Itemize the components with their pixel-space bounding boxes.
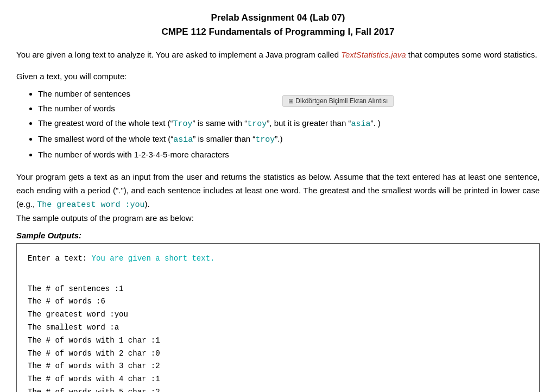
output-line-blank xyxy=(28,270,528,283)
output-line-6: The # of words with 2 char :0 xyxy=(28,347,528,361)
troy1-mono: Troy xyxy=(173,119,192,129)
sample-outputs-label: Sample Outputs: xyxy=(16,231,540,240)
troy3-mono: troy xyxy=(255,135,275,144)
given-section: Given a text, you will compute: The numb… xyxy=(16,70,540,162)
title-section: Prelab Assignment 04 (Lab 07) CMPE 112 F… xyxy=(16,11,540,39)
asia2-mono: asia xyxy=(173,135,193,144)
output-line-1: The # of sentences :1 xyxy=(28,283,528,296)
title-line2: CMPE 112 Fundamentals of Programming I, … xyxy=(162,27,395,37)
output-line-2: The # of words :6 xyxy=(28,295,528,308)
code-box: Enter a text: You are given a short text… xyxy=(16,243,540,392)
output-line-9: The # of words with 5 char :2 xyxy=(28,386,528,392)
output-line-3: The greatest word :you xyxy=(28,308,528,321)
troy2-mono: troy xyxy=(247,119,267,129)
java-file-link[interactable]: TextStatistics.java xyxy=(341,50,406,59)
output-line-7: The # of words with 3 char :2 xyxy=(28,360,528,373)
list-item-4: The smallest word of the whole text (“as… xyxy=(38,131,540,147)
prompt-text: Enter a text: xyxy=(28,254,87,263)
prompt-line: Enter a text: You are given a short text… xyxy=(28,252,528,265)
title-line1: Prelab Assignment 04 (Lab 07) xyxy=(211,12,345,23)
output-line-5: The # of words with 1 char :1 xyxy=(28,334,528,347)
mono-example: The greatest word :you xyxy=(37,200,144,210)
output-line-4: The smallest word :a xyxy=(28,321,528,334)
list-item-5: The number of words with 1-2-3-4-5-more … xyxy=(38,147,540,162)
description-paragraph: Your program gets a text as an input fro… xyxy=(16,170,540,225)
output-line-8: The # of words with 4 char :1 xyxy=(28,373,528,386)
list-item-3: The greatest word of the whole text (“Tr… xyxy=(38,116,540,131)
intro-text-before: You are given a long text to analyze it.… xyxy=(16,50,341,59)
intro-text-after: that computes some word statistics. xyxy=(406,50,538,59)
user-input-text: You are given a short text. xyxy=(87,254,214,263)
given-heading: Given a text, you will compute: xyxy=(16,70,540,83)
asia1-mono: asia xyxy=(351,119,370,129)
screenshot-tooltip: ⊞ Dikdörtgen Biçimli Ekran Alıntısı xyxy=(282,95,394,107)
intro-paragraph: You are given a long text to analyze it.… xyxy=(16,48,540,61)
